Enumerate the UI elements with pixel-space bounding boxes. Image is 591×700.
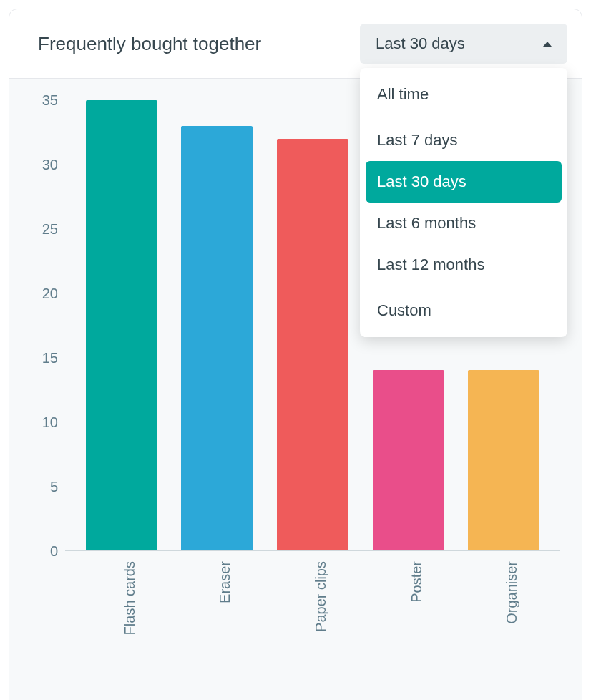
y-tick-label: 35 xyxy=(42,92,58,109)
bar-slot xyxy=(181,100,253,550)
x-tick-label: Organiser xyxy=(504,561,520,624)
card-title: Frequently bought together xyxy=(38,33,261,55)
timerange-option[interactable]: Custom xyxy=(366,290,562,331)
x-label-slot: Poster xyxy=(373,551,444,700)
x-axis-labels: Flash cardsEraserPaper clipsPosterOrgani… xyxy=(65,551,560,700)
x-tick-label: Eraser xyxy=(217,561,233,603)
timerange-option[interactable]: All time xyxy=(366,74,562,115)
timerange-option[interactable]: Last 12 months xyxy=(366,244,562,286)
x-tick-label: Poster xyxy=(409,561,425,603)
caret-up-icon xyxy=(543,42,552,47)
y-tick-label: 30 xyxy=(42,157,58,173)
x-label-slot: Flash cards xyxy=(86,551,157,700)
bar xyxy=(468,370,539,550)
timerange-option[interactable]: Last 30 days xyxy=(366,161,562,203)
bar xyxy=(373,370,444,550)
bar-slot xyxy=(277,100,348,550)
y-tick-label: 20 xyxy=(42,286,58,302)
timerange-option[interactable]: Last 6 months xyxy=(366,203,562,244)
timerange-dropdown: Last 30 days All timeLast 7 daysLast 30 … xyxy=(360,24,567,64)
y-tick-label: 25 xyxy=(42,221,58,238)
card-header: Frequently bought together Last 30 days … xyxy=(9,9,582,79)
bar-slot xyxy=(86,100,157,550)
x-tick-label: Paper clips xyxy=(313,561,329,632)
timerange-dropdown-toggle[interactable]: Last 30 days xyxy=(360,24,567,64)
x-tick-label: Flash cards xyxy=(122,561,138,635)
y-axis: 05101520253035 xyxy=(31,100,65,551)
y-tick-label: 15 xyxy=(42,350,58,366)
x-label-slot: Organiser xyxy=(468,551,539,700)
bar xyxy=(86,100,157,550)
bar xyxy=(277,139,348,550)
y-tick-label: 5 xyxy=(50,479,58,495)
timerange-option[interactable]: Last 7 days xyxy=(366,120,562,161)
x-label-slot: Paper clips xyxy=(277,551,348,700)
y-tick-label: 10 xyxy=(42,414,58,431)
timerange-dropdown-menu: All timeLast 7 daysLast 30 daysLast 6 mo… xyxy=(360,68,567,337)
dropdown-selected-label: Last 30 days xyxy=(376,34,465,53)
bar xyxy=(181,126,253,550)
chart-card: Frequently bought together Last 30 days … xyxy=(9,9,582,700)
y-tick-label: 0 xyxy=(50,543,58,560)
x-label-slot: Eraser xyxy=(181,551,253,700)
